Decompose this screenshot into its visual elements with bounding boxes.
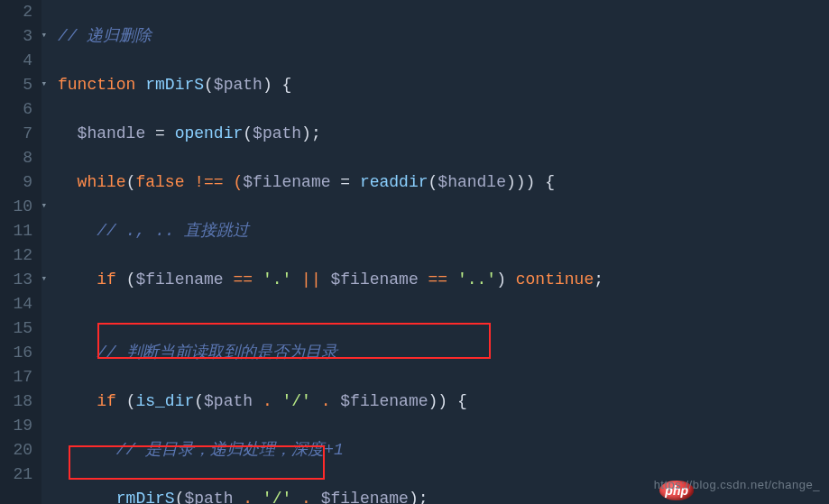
line-number: 20 <box>0 438 36 463</box>
code-line[interactable]: // 判断当前读取到的是否为目录 <box>58 341 603 365</box>
fold-icon[interactable]: ▾ <box>41 79 47 89</box>
code-editor[interactable]: 2 3▾ 4 5▾ 6 7 8 9 10▾ 11 12 13▾ 14 15 16… <box>0 0 829 504</box>
line-number: 5▾ <box>0 73 36 97</box>
fold-icon[interactable]: ▾ <box>41 31 47 41</box>
line-number: 9 <box>0 170 36 195</box>
code-line[interactable]: // 递归删除 <box>58 24 603 49</box>
line-number: 13▾ <box>0 268 36 292</box>
line-number: 10▾ <box>0 195 36 219</box>
code-line[interactable]: while(false !== ($filename = readdir($ha… <box>58 170 603 195</box>
line-number: 7 <box>0 122 36 146</box>
line-number: 18 <box>0 389 36 414</box>
code-line[interactable]: if (is_dir($path . '/' . $filename)) { <box>58 389 603 414</box>
line-number: 15 <box>0 316 36 341</box>
line-number: 3▾ <box>0 24 36 49</box>
line-number: 16 <box>0 341 36 365</box>
line-number: 6 <box>0 97 36 122</box>
line-number: 2 <box>0 0 36 24</box>
code-line[interactable]: $handle = opendir($path); <box>58 122 603 146</box>
line-number: 21 <box>0 463 36 487</box>
line-number: 19 <box>0 414 36 438</box>
line-number: 12 <box>0 243 36 268</box>
line-gutter: 2 3▾ 4 5▾ 6 7 8 9 10▾ 11 12 13▾ 14 15 16… <box>0 0 41 504</box>
line-number: 8 <box>0 146 36 170</box>
watermark-text: https://blog.csdn.net/change_ <box>654 472 820 497</box>
code-line[interactable]: // 是目录，递归处理，深度+1 <box>58 438 603 463</box>
code-area[interactable]: // 递归删除 function rmDirS($path) { $handle… <box>41 0 603 504</box>
line-number: 11 <box>0 219 36 243</box>
code-line[interactable]: if ($filename == '.' || $filename == '..… <box>58 268 603 292</box>
line-number: 4 <box>0 49 36 73</box>
code-line[interactable]: rmDirS($path . '/' . $filename); <box>58 487 603 504</box>
code-line[interactable]: // ., .. 直接跳过 <box>58 219 603 243</box>
fold-icon[interactable]: ▾ <box>41 201 47 211</box>
fold-icon[interactable]: ▾ <box>41 274 47 284</box>
line-number: 17 <box>0 365 36 389</box>
line-number: 14 <box>0 292 36 316</box>
code-line[interactable]: function rmDirS($path) { <box>58 73 603 97</box>
